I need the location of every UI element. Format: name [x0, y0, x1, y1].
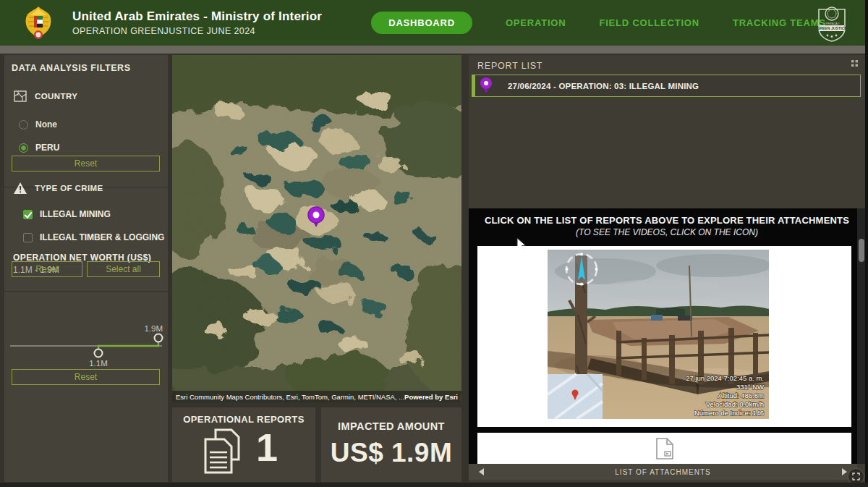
arrow-right-icon[interactable]: [842, 468, 847, 475]
scrollbar-thumb[interactable]: [859, 239, 864, 262]
nav-tab-tracking-teams[interactable]: TRACKING TEAMS: [733, 17, 826, 28]
networth-reset-button[interactable]: Reset: [12, 369, 160, 385]
overlay-heading: 331° NW: [736, 383, 764, 391]
arrow-left-icon[interactable]: [479, 468, 484, 475]
checkbox-label: ILLEGAL MINING: [40, 209, 111, 219]
attachments-footer-bar: LIST OF ATTACHMENTS: [469, 464, 857, 480]
slider-handle-low[interactable]: [95, 350, 103, 357]
divider: [4, 187, 168, 187]
checkbox-label: ILLEGAL TIMBER & LOGGING: [40, 232, 164, 242]
documents-icon: [200, 428, 244, 475]
overlay-altitude: Altitud: 486.8m: [718, 391, 764, 399]
report-panel: REPORT LIST 27/06/2024 - OPERATION: 03: …: [469, 55, 865, 482]
divider: [4, 291, 168, 292]
header: United Arab Emirates - Ministry of Inter…: [0, 0, 868, 46]
checkbox-checked-icon[interactable]: [23, 210, 33, 219]
attachments-instruction: CLICK ON THE LIST OF REPORTS ABOVE TO EX…: [469, 215, 865, 226]
attachment-doc-icon[interactable]: [655, 437, 674, 460]
radio-option-none[interactable]: None: [19, 119, 168, 130]
report-pin-icon: [480, 77, 492, 95]
reports-count: 1: [256, 425, 278, 470]
warning-icon: [13, 182, 27, 195]
overlay-datetime: 27 jun 2024 7:02:45 a. m.: [686, 374, 764, 382]
overlay-index: Número de Indice: 146: [694, 409, 764, 417]
screen-edge: [865, 0, 868, 487]
attachments-panel: CLICK ON THE LIST OF REPORTS ABOVE TO EX…: [469, 208, 865, 464]
map-imagery: [172, 55, 461, 402]
report-list-item[interactable]: 27/06/2024 - OPERATION: 03: ILLEGAL MINI…: [472, 75, 861, 97]
green-justice-badge-icon: OPERAÇÃO GREEN JUSTICE: [813, 4, 851, 43]
map-attribution: Esri Community Maps Contributors, Esri, …: [172, 391, 461, 402]
country-map-icon: [13, 89, 27, 103]
nav-tab-dashboard[interactable]: DASHBOARD: [371, 12, 472, 34]
slider-handle-high[interactable]: [155, 334, 163, 342]
crime-section-header: TYPE OF CRIME: [13, 182, 168, 195]
header-titles: United Arab Emirates - Ministry of Inter…: [72, 9, 322, 36]
video-thumbnail[interactable]: 27 jun 2024 7:02:45 a. m. 331° NW Altitu…: [548, 250, 769, 419]
app-title: United Arab Emirates - Ministry of Inter…: [72, 9, 322, 24]
nav-tab-field-collection[interactable]: FIELD COLLECTION: [599, 17, 699, 28]
checkbox-illegal-timber[interactable]: ILLEGAL TIMBER & LOGGING: [23, 232, 168, 242]
powered-by-text: Powered by Esri: [404, 393, 458, 401]
uae-emblem-icon: [20, 4, 56, 42]
report-item-label: 27/06/2024 - OPERATION: 03: ILLEGAL MINI…: [508, 82, 699, 90]
attachment-card[interactable]: 27 jun 2024 7:02:45 a. m. 331° NW Altitu…: [477, 246, 851, 427]
crime-reset-button[interactable]: Reset: [12, 261, 82, 277]
app-subtitle: OPERATION GREENJUSTICE JUNE 2024: [72, 26, 322, 36]
nav-tab-operation[interactable]: OPERATION: [506, 17, 566, 28]
radio-icon[interactable]: [19, 120, 28, 130]
svg-text:1.1M: 1.1M: [89, 359, 108, 368]
screen-edge: [0, 483, 868, 487]
country-label: COUNTRY: [35, 92, 77, 101]
satellite-map[interactable]: Esri Community Maps Contributors, Esri, …: [172, 55, 461, 402]
reports-card-label: OPERATIONAL REPORTS: [172, 414, 315, 425]
attribution-text: Esri Community Maps Contributors, Esri, …: [176, 393, 404, 401]
radio-option-peru[interactable]: PERU: [19, 143, 168, 153]
operational-reports-card: OPERATIONAL REPORTS 1: [172, 407, 315, 482]
header-separator: [0, 46, 868, 54]
filters-sidebar: DATA ANALYSIS FILTERS COUNTRY None PERU …: [4, 55, 168, 482]
checkbox-illegal-mining[interactable]: ILLEGAL MINING: [23, 209, 168, 219]
attachment-card-next[interactable]: [477, 433, 851, 464]
country-reset-button[interactable]: Reset: [12, 156, 160, 171]
svg-text:GREEN JUSTICE: GREEN JUSTICE: [817, 26, 847, 30]
radio-label: PERU: [35, 143, 59, 153]
crime-select-all-button[interactable]: Select all: [87, 261, 160, 277]
attachments-footer-label: LIST OF ATTACHMENTS: [484, 468, 842, 476]
radio-label: None: [35, 119, 57, 130]
radio-selected-icon[interactable]: [19, 143, 28, 153]
country-section-header: COUNTRY: [13, 89, 168, 103]
main-nav: DASHBOARD OPERATION FIELD COLLECTION TRA…: [371, 12, 826, 34]
map-inset: [548, 374, 603, 419]
attachments-instruction-sub: (TO SEE THE VIDEOS, CLICK ON THE ICON): [469, 227, 865, 237]
impacted-amount-card: IMPACTED AMOUNT US$ 1.9M: [321, 407, 461, 482]
impacted-amount-value: US$ 1.9M: [321, 438, 461, 468]
drag-handle-icon[interactable]: [851, 60, 858, 67]
checkbox-unchecked-icon[interactable]: [23, 233, 33, 242]
networth-slider: 1.9M 1.1M: [4, 317, 168, 369]
report-list-title: REPORT LIST: [469, 55, 865, 71]
filters-title: DATA ANALYSIS FILTERS: [4, 55, 168, 73]
svg-text:1.9M: 1.9M: [144, 324, 163, 333]
overlay-speed: Velocidad: 0.0km/h: [706, 400, 764, 408]
dashboard-app: United Arab Emirates - Ministry of Inter…: [0, 0, 868, 487]
panel-scrollbar[interactable]: [857, 208, 865, 464]
impacted-card-label: IMPACTED AMOUNT: [321, 420, 461, 432]
svg-text:OPERAÇÃO: OPERAÇÃO: [825, 22, 840, 25]
crime-label: TYPE OF CRIME: [35, 184, 103, 192]
